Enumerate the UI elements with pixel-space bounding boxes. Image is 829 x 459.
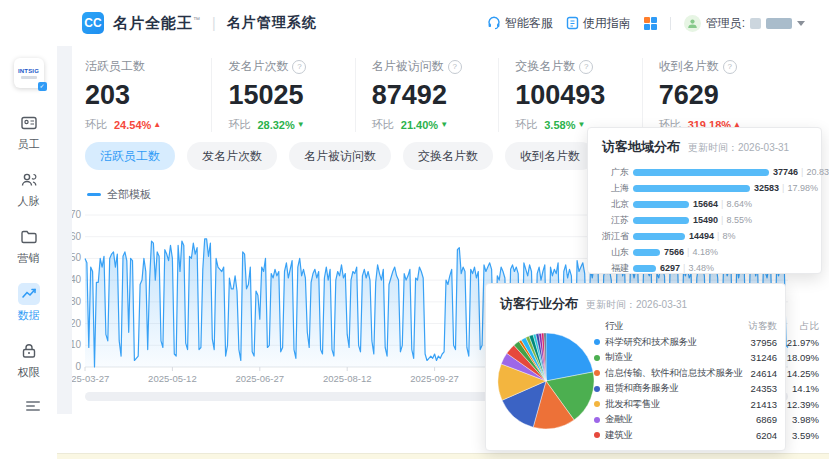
sidebar-item-employees[interactable]: 员工 — [18, 112, 40, 152]
industry-percent: 18.09% — [777, 352, 819, 363]
industry-visitors: 21413 — [743, 399, 777, 410]
help-icon[interactable] — [579, 60, 593, 74]
stat-label: 收到名片数 — [659, 58, 719, 75]
sidebar-item-permissions[interactable]: 权限 — [18, 340, 40, 380]
industry-name: 批发和零售业 — [594, 398, 743, 411]
region-bar — [633, 169, 769, 176]
industry-name: 租赁和商务服务业 — [594, 382, 743, 395]
intsig-logo: INTSIG ✓ — [14, 58, 44, 88]
stat-label: 活跃员工数 — [85, 58, 145, 75]
header-divider: | — [212, 15, 216, 31]
svg-text:20: 20 — [72, 318, 81, 329]
system-title: 名片管理系统 — [227, 14, 317, 32]
help-icon[interactable] — [723, 60, 737, 74]
sidebar-item-contacts[interactable]: 人脉 — [18, 169, 40, 209]
industry-row: 制造业3124618.09% — [594, 350, 819, 366]
legend-dot-icon — [594, 355, 600, 361]
people-icon — [18, 169, 40, 191]
chevron-down-icon[interactable] — [797, 21, 805, 26]
stat-card-card-views: 名片被访问数 87492 环比 21.40%▼ — [355, 58, 498, 132]
arrow-down-icon: ▼ — [577, 120, 585, 129]
region-separator: | — [717, 231, 719, 241]
industry-visitors: 31246 — [743, 352, 777, 363]
camcard-logo-icon: CC — [82, 12, 104, 34]
col-share: 占比 — [777, 320, 819, 333]
sidebar-item-label: 营销 — [18, 251, 40, 266]
svg-text:40: 40 — [72, 274, 81, 285]
region-label: 浙江省 — [593, 230, 629, 243]
industry-table-header: 行业访客数占比 — [594, 319, 819, 335]
stat-percent: 3.58%▼ — [544, 119, 585, 131]
sidebar-item-marketing[interactable]: 营销 — [18, 226, 40, 266]
svg-text:50: 50 — [72, 252, 81, 263]
region-value: 15664 — [693, 199, 718, 209]
help-icon[interactable] — [292, 60, 306, 74]
headset-icon — [487, 16, 501, 30]
svg-text:60: 60 — [72, 231, 81, 242]
stat-label: 发名片次数 — [228, 58, 288, 75]
admin-menu[interactable]: 管理员: — [684, 15, 805, 32]
region-separator: | — [721, 215, 723, 225]
industry-percent: 14.25% — [777, 368, 819, 379]
region-label: 上海 — [593, 182, 629, 195]
smart-service-link[interactable]: 智能客服 — [487, 15, 553, 32]
collapse-menu-icon[interactable] — [26, 399, 40, 413]
tab-cards-sent[interactable]: 发名片次数 — [187, 142, 277, 170]
svg-text:2025-08-12: 2025-08-12 — [323, 373, 372, 384]
region-card: 访客地域分布 更新时间：2026-03-31 广东37746|20.83%上海3… — [587, 127, 822, 274]
industry-row: 批发和零售业2141312.39% — [594, 397, 819, 413]
industry-row: 建筑业62043.59% — [594, 428, 819, 444]
svg-text:10: 10 — [72, 339, 81, 350]
region-row: 福建6297|3.48% — [602, 260, 821, 276]
region-value: 15490 — [693, 215, 718, 225]
stat-compare-label: 环比 — [85, 117, 107, 132]
trademark-mark: ™ — [193, 16, 201, 23]
region-separator: | — [687, 247, 689, 257]
svg-text:0: 0 — [75, 361, 81, 372]
help-icon[interactable] — [448, 60, 462, 74]
col-industry: 行业 — [594, 320, 743, 333]
intsig-logo-text: INTSIG — [18, 68, 39, 74]
app-grid-icon[interactable] — [644, 17, 657, 30]
industry-name: 信息传输、软件和信息技术服务业 — [594, 367, 743, 380]
region-row: 山东7566|4.18% — [602, 244, 821, 260]
region-row: 广东37746|20.83% — [602, 164, 821, 180]
region-label: 福建 — [593, 262, 629, 275]
tab-cards-received[interactable]: 收到名片数 — [505, 142, 595, 170]
svg-text:2025-05-12: 2025-05-12 — [148, 373, 197, 384]
industry-card: 访客行业分布 更新时间：2026-03-31 行业访客数占比科学研究和技术服务业… — [485, 283, 786, 451]
metric-tabs: 活跃员工数 发名片次数 名片被访问数 交换名片数 收到名片数 — [85, 142, 595, 170]
user-icon — [687, 18, 698, 29]
industry-card-title: 访客行业分布 — [500, 295, 578, 313]
sidebar-item-data[interactable]: 数据 — [18, 283, 40, 323]
stat-card-cards-received: 收到名片数 7629 环比 319.18%▲ — [642, 58, 785, 132]
sidebar-item-label: 数据 — [18, 308, 40, 323]
guide-link[interactable]: 使用指南 — [566, 15, 631, 32]
region-bar — [633, 217, 689, 224]
region-percent: 4.18% — [692, 247, 718, 257]
avatar — [684, 15, 701, 32]
svg-text:2025-06-27: 2025-06-27 — [235, 373, 284, 384]
brand-text: 名片全能王 — [113, 14, 193, 31]
tab-cards-exchanged[interactable]: 交换名片数 — [403, 142, 493, 170]
region-label: 北京 — [593, 198, 629, 211]
industry-percent: 12.39% — [777, 399, 819, 410]
region-bar — [633, 249, 660, 256]
region-label: 广东 — [593, 166, 629, 179]
region-row: 上海32583|17.98% — [602, 180, 821, 196]
sidebar-nav: 员工 人脉 营销 数据 权限 — [0, 112, 57, 380]
stat-percent: 28.32%▼ — [257, 119, 304, 131]
tab-active-employees[interactable]: 活跃员工数 — [85, 142, 175, 170]
stat-card-cards-sent: 发名片次数 15025 环比 28.32%▼ — [211, 58, 354, 132]
industry-row: 租赁和商务服务业2435314.1% — [594, 381, 819, 397]
stat-label: 名片被访问数 — [372, 58, 444, 75]
industry-pie-chart — [496, 317, 596, 439]
region-row: 浙江省14494|8% — [602, 228, 821, 244]
region-bar — [633, 201, 689, 208]
stat-percent: 24.54%▲ — [114, 119, 161, 131]
region-percent: 8% — [722, 231, 735, 241]
industry-percent: 3.59% — [777, 430, 819, 441]
tab-card-views[interactable]: 名片被访问数 — [289, 142, 391, 170]
region-card-updated: 更新时间：2026-03-31 — [688, 141, 789, 155]
app-window: CC 名片全能王™ | 名片管理系统 智能客服 使用指南 管理员: — [0, 0, 829, 459]
